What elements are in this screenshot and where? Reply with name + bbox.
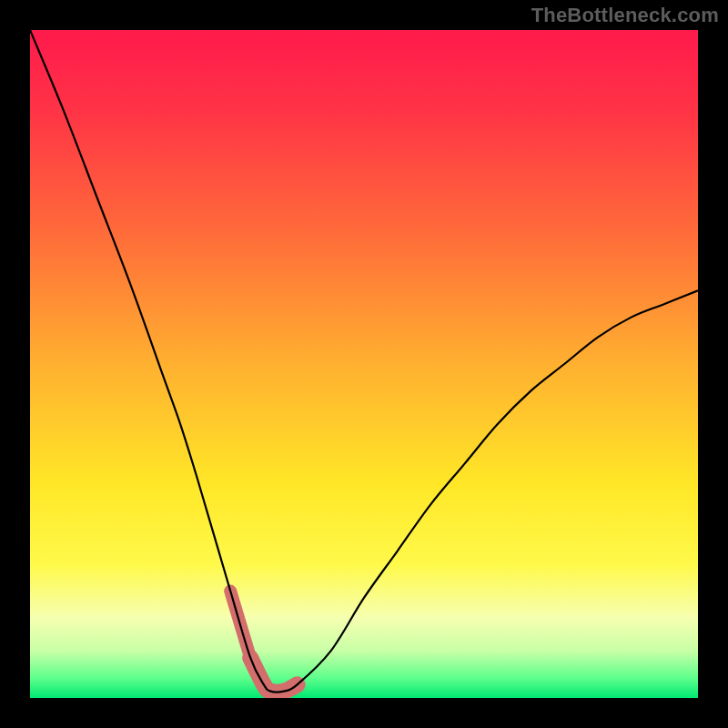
chart-frame: TheBottleneck.com: [0, 0, 728, 728]
watermark-text: TheBottleneck.com: [531, 4, 719, 27]
bottleneck-curve: [30, 30, 698, 693]
curve-layer: [30, 30, 698, 698]
plot-area: [30, 30, 698, 698]
